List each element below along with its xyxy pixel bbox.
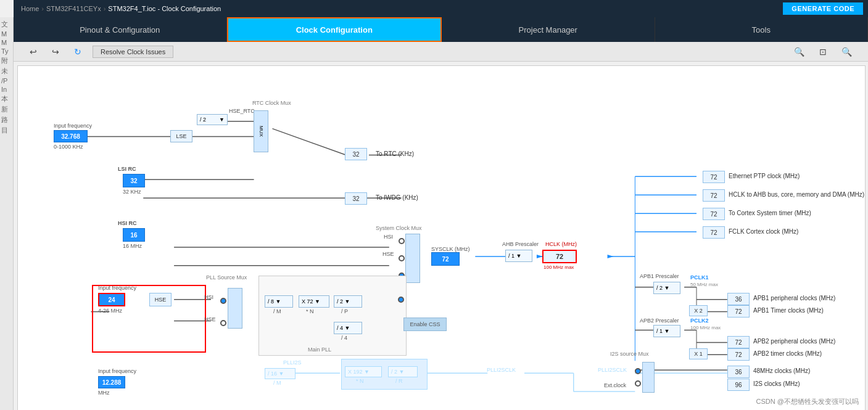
tab-tools[interactable]: Tools bbox=[655, 17, 869, 42]
ext-clock-label: Ext.clock bbox=[604, 382, 626, 388]
i2s-mux-box bbox=[642, 362, 655, 393]
apb1-div-dropdown[interactable]: / 2 ▼ bbox=[653, 282, 680, 294]
sys-hsi-label: HSI bbox=[384, 234, 393, 240]
sysclk-label: SYSCLK (MHz) bbox=[431, 246, 470, 252]
hsi-sys-radio[interactable] bbox=[399, 238, 405, 244]
rtc-mux-label: RTC Clock Mux bbox=[252, 100, 291, 106]
i2s-src-mux-label: I2S source Mux bbox=[610, 351, 649, 357]
pll-n-label: * N bbox=[306, 308, 314, 314]
refresh-button[interactable]: ↻ bbox=[70, 46, 85, 58]
enable-css-box[interactable]: Enable CSS bbox=[403, 318, 447, 331]
plli2s-r-dropdown[interactable]: / 2 ▼ bbox=[388, 366, 418, 377]
x2-box: X 2 bbox=[689, 305, 708, 316]
hse-value-box[interactable]: 24 bbox=[98, 293, 125, 306]
clock-diagram-canvas: Input frequency 32.768 0-1000 KHz LSE LS… bbox=[17, 65, 866, 410]
lsi-value-box[interactable]: 32 bbox=[123, 174, 145, 187]
lse-range-label: 0-1000 KHz bbox=[54, 144, 83, 150]
apb1-timer-label: APB1 Timer clocks (MHz) bbox=[753, 307, 824, 314]
plli2s-m-dropdown[interactable]: / 16 ▼ bbox=[265, 368, 296, 379]
apb2-timer-value-box[interactable]: 72 bbox=[727, 348, 750, 361]
apb1-per-label: APB1 peripheral clocks (MHz) bbox=[753, 295, 835, 301]
fclk-value-box[interactable]: 72 bbox=[703, 226, 725, 239]
pclk2-label: PCLK2 bbox=[690, 318, 709, 324]
apb2-timer-label: APB2 timer clocks (MHz) bbox=[753, 350, 822, 357]
top-bar: Home › STM32F411CEYx › STM32F4_T.ioc - C… bbox=[14, 0, 868, 17]
to-iwdg-label: To IWDG (KHz) bbox=[376, 194, 418, 201]
hclk-ahb-label: HCLK to AHB bus, core, memory and DMA (M… bbox=[729, 191, 864, 198]
hse-block: HSE bbox=[149, 293, 172, 306]
pll-q-label: / 4 bbox=[341, 335, 347, 341]
pll-m-dropdown[interactable]: / 8 ▼ bbox=[265, 295, 293, 308]
pll-n-dropdown[interactable]: X 72 ▼ bbox=[299, 295, 329, 308]
mhz48-label: 48MHz clocks (MHz) bbox=[753, 367, 810, 374]
lse-block: LSE bbox=[170, 130, 192, 142]
apb2-label: APB2 Prescaler bbox=[640, 318, 679, 324]
sysclk-box[interactable]: 72 bbox=[431, 252, 460, 266]
plli2s-r-label: / R bbox=[395, 378, 403, 384]
apb1-per-value-box[interactable]: 36 bbox=[727, 293, 750, 305]
pclk1-max-label: 50 MHz max bbox=[690, 282, 718, 287]
hse-sys-radio[interactable] bbox=[399, 255, 405, 261]
hsi-pll-radio[interactable] bbox=[220, 298, 226, 304]
sys-clk-mux-label: System Clock Mux bbox=[376, 225, 422, 231]
mhz48-value-box[interactable]: 36 bbox=[727, 366, 750, 378]
svg-marker-41 bbox=[608, 255, 614, 258]
zoom-search-left-button[interactable]: 🔍 bbox=[790, 46, 808, 58]
redo-button[interactable]: ↪ bbox=[48, 46, 63, 58]
iwdg-32-box[interactable]: 32 bbox=[345, 192, 367, 205]
pll-p-dropdown[interactable]: / 2 ▼ bbox=[334, 295, 362, 308]
lse-value-box[interactable]: 32.768 bbox=[54, 130, 88, 142]
hclk-label-text: HCLK (MHz) bbox=[545, 241, 577, 247]
plli2s-n-label: * N bbox=[356, 378, 364, 384]
left-sidebar: 文 M M Ty 附 未 /P In 本 新 路 目 bbox=[0, 17, 14, 410]
i2s-plli2s-radio[interactable] bbox=[635, 368, 641, 374]
rtc-32-box[interactable]: 32 bbox=[345, 148, 367, 160]
x1-box: X 1 bbox=[689, 348, 708, 359]
hse-pll-radio[interactable] bbox=[220, 320, 226, 326]
hclk-ahb-value-box[interactable]: 72 bbox=[703, 189, 725, 202]
cortex-value-box[interactable]: 72 bbox=[703, 208, 725, 220]
breadcrumb-home[interactable]: Home bbox=[19, 5, 41, 12]
pll-src-mux-box bbox=[228, 288, 242, 329]
eth-value-box[interactable]: 72 bbox=[703, 171, 725, 183]
pllclk-radio[interactable] bbox=[398, 297, 404, 303]
resolve-clock-button[interactable]: Resolve Clock Issues bbox=[93, 46, 173, 58]
plli2sclk-left: PLLI2SCLK bbox=[487, 367, 516, 373]
i2s-input-value[interactable]: 12.288 bbox=[98, 376, 125, 388]
hsi-label: HSI RC bbox=[118, 220, 137, 226]
breadcrumb-file: STM32F4_T.ioc - Clock Configuration bbox=[105, 5, 223, 12]
generate-code-button[interactable]: GENERATE CODE bbox=[783, 2, 863, 15]
tab-project[interactable]: Project Manager bbox=[442, 17, 655, 42]
hse-range-label: 4-26 MHz bbox=[98, 308, 122, 314]
hse-div2-dropdown[interactable]: / 2 ▼ bbox=[197, 114, 228, 125]
i2s-input-freq-label: Input frequency bbox=[98, 368, 136, 374]
fit-button[interactable]: ⊡ bbox=[816, 46, 830, 58]
main-pll-region bbox=[258, 276, 407, 356]
ahb-div-dropdown[interactable]: / 1 ▼ bbox=[505, 250, 532, 262]
i2s-value-box[interactable]: 96 bbox=[727, 379, 750, 391]
plli2s-m-label: / M bbox=[273, 380, 281, 386]
apb2-div-dropdown[interactable]: / 1 ▼ bbox=[653, 325, 680, 337]
breadcrumb-mcu[interactable]: STM32F411CEYx bbox=[44, 5, 104, 12]
i2s-clk-label: I2S clocks (MHz) bbox=[753, 380, 800, 387]
hse-rtc-label: HSE_RTC bbox=[229, 108, 255, 114]
apb1-label: APB1 Prescaler bbox=[640, 273, 679, 279]
pll-m-label: / M bbox=[273, 308, 281, 314]
i2s-ext-radio[interactable] bbox=[635, 380, 641, 387]
undo-button[interactable]: ↩ bbox=[26, 46, 41, 58]
tab-pinout[interactable]: Pinout & Configuration bbox=[14, 17, 227, 42]
hsi-value-box[interactable]: 16 bbox=[123, 228, 145, 242]
apb1-timer-value-box[interactable]: 72 bbox=[727, 305, 750, 318]
pll-q-dropdown[interactable]: / 4 ▼ bbox=[334, 322, 362, 334]
main-pll-label: Main PLL bbox=[308, 346, 331, 353]
plli2s-n-dropdown[interactable]: X 192 ▼ bbox=[345, 366, 382, 377]
to-rtc-label: To RTC (KHz) bbox=[376, 150, 414, 157]
pclk2-max-label: 100 MHz max bbox=[690, 325, 721, 330]
watermark: CSDN @不想牺牲头发变强可以吗 bbox=[756, 397, 859, 406]
plli2s-label: PLLI2S bbox=[283, 359, 302, 366]
lsi-unit-label: 32 KHz bbox=[123, 189, 141, 195]
hclk-box[interactable]: 72 bbox=[542, 250, 577, 263]
zoom-search-right-button[interactable]: 🔍 bbox=[838, 46, 856, 58]
apb2-per-value-box[interactable]: 72 bbox=[727, 336, 750, 348]
tab-clock[interactable]: Clock Configuration bbox=[227, 17, 442, 42]
